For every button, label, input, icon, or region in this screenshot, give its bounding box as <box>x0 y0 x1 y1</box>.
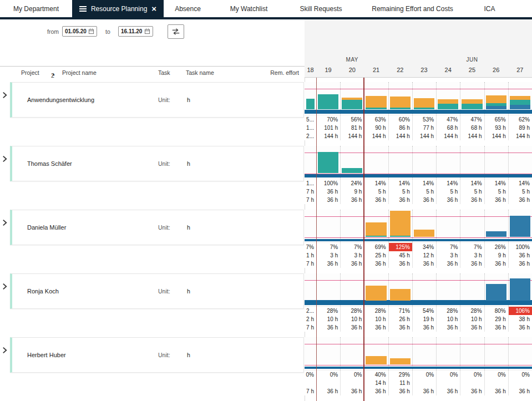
bar-segment <box>414 230 434 237</box>
calendar-icon[interactable] <box>88 28 94 34</box>
percent-cell: 7% <box>340 243 364 251</box>
baseline-load-bar <box>305 239 532 241</box>
tab-my-watchlist[interactable]: My Watchlist <box>212 0 286 17</box>
refresh-button[interactable] <box>168 24 184 39</box>
utilization-chart <box>305 210 532 243</box>
capacity-cell: 36 h <box>484 323 508 332</box>
hours-cell: 36 h <box>508 251 532 260</box>
hours-cell <box>316 379 340 387</box>
unit-label: Unit: <box>158 160 170 167</box>
tab-ica[interactable]: ICA <box>469 0 510 17</box>
hours-cell: 89 h <box>508 124 532 132</box>
hours-cell: 5 h <box>364 187 388 196</box>
hours-cell: 45 h <box>388 251 412 260</box>
percent-cell: 100% <box>508 243 532 251</box>
timeline-row: 5...70%56%63%60%53%47%47%65%62%1...101 h… <box>305 82 532 140</box>
hours-cell: 68 h <box>460 124 484 132</box>
hours-cell: 5 h <box>508 187 532 196</box>
tab-remaining-effort[interactable]: Remaining Effort and Costs <box>356 0 469 17</box>
tab-absence[interactable]: Absence <box>164 0 212 17</box>
from-date-input[interactable]: 01.05.20 <box>62 26 97 37</box>
bar-segment <box>306 99 315 109</box>
percent-cell: 0% <box>316 370 340 379</box>
expand-chevron-icon[interactable] <box>2 91 9 99</box>
period-start-line <box>316 78 317 401</box>
unit-value: h <box>187 288 190 295</box>
percent-cell: 2... <box>305 307 316 315</box>
chart-gridline <box>508 337 509 370</box>
bar-segment <box>414 108 434 109</box>
percent-cell: 69% <box>364 243 388 251</box>
hours-cell: 5 h <box>388 187 412 196</box>
bar-segment <box>486 106 506 109</box>
resource-row-card[interactable]: Ronja Koch Unit: h <box>10 273 304 309</box>
expand-chevron-icon[interactable] <box>2 282 9 290</box>
expand-chevron-icon[interactable] <box>2 155 9 163</box>
menu-icon[interactable] <box>79 6 87 12</box>
capacity-cell: 36 h <box>508 260 532 268</box>
week-label[interactable]: 24 <box>436 67 460 73</box>
chart-gridline <box>412 210 413 243</box>
percent-cell: 28% <box>460 307 484 315</box>
bar-segment <box>318 94 338 109</box>
close-tab-icon[interactable]: × <box>151 4 156 13</box>
utilization-chart <box>305 273 532 307</box>
capacity-limit-line <box>305 89 532 89</box>
capacity-cell: 144 h <box>316 132 340 140</box>
bar-segment <box>510 216 530 237</box>
hours-cell: 2 h <box>305 315 316 323</box>
expand-chevron-icon[interactable] <box>2 346 9 354</box>
week-label[interactable]: 23 <box>412 67 436 73</box>
week-label[interactable]: 19 <box>316 67 340 73</box>
timeline-panel: MAYJUN181920212223242526275...70%56%63%6… <box>305 19 532 401</box>
col-task[interactable]: Task <box>158 69 170 76</box>
week-label[interactable]: 21 <box>364 67 388 73</box>
tab-resource-planning[interactable]: Resource Planning × <box>72 0 164 17</box>
percent-cell: 14% <box>436 179 460 187</box>
resource-row-card[interactable]: Daniela Müller Unit: h <box>10 210 304 245</box>
hours-cell: 10 h <box>364 315 388 323</box>
resource-row-card[interactable]: Herbert Huber Unit: h <box>10 337 304 373</box>
col-project[interactable]: Project <box>21 69 39 76</box>
col-project-name[interactable]: Project name <box>62 69 97 76</box>
percent-cell: 125% <box>388 243 412 251</box>
utilization-chart <box>305 82 532 115</box>
today-line <box>363 78 364 401</box>
week-label[interactable]: 20 <box>340 67 364 73</box>
capacity-limit-line <box>305 153 532 153</box>
week-label[interactable]: 25 <box>460 67 484 73</box>
utilization-chart <box>305 146 532 179</box>
hours-cell: 25 h <box>364 251 388 260</box>
chart-gridline <box>460 337 460 370</box>
percent-cell: 14% <box>508 179 532 187</box>
capacity-cell: 36 h <box>316 196 340 204</box>
hours-cell: 81 h <box>340 124 364 132</box>
capacity-cell: 36 h <box>436 196 460 204</box>
percent-cell: 56% <box>340 115 364 124</box>
utilization-chart <box>305 337 532 370</box>
capacity-cell: 36 h <box>484 387 508 395</box>
chart-gridline <box>436 337 437 370</box>
week-values-table: 0%0%0%40%29%0%0%0%0%0%14 h11 h7 h36 h36 … <box>305 370 532 395</box>
tab-skill-requests[interactable]: Skill Requests <box>286 0 356 17</box>
chart-gridline <box>412 337 413 370</box>
sort-asc-icon: ▲ <box>52 72 55 76</box>
hours-cell: 93 h <box>484 124 508 132</box>
week-label[interactable]: 26 <box>484 67 508 73</box>
col-rem-effort[interactable]: Rem. effort <box>270 69 299 76</box>
resource-row-card[interactable]: Anwendungsentwicklung Unit: h <box>10 82 304 118</box>
week-label[interactable]: 22 <box>388 67 412 73</box>
resource-row-card[interactable]: Thomas Schäfer Unit: h <box>10 146 304 181</box>
capacity-cell: 36 h <box>364 387 388 395</box>
hours-cell: 9 h <box>484 251 508 260</box>
week-label[interactable]: 27 <box>508 67 532 73</box>
tab-my-department[interactable]: My Department <box>0 0 72 17</box>
expand-chevron-icon[interactable] <box>2 219 9 226</box>
week-label[interactable]: 18 <box>305 67 316 73</box>
calendar-icon[interactable] <box>144 28 150 34</box>
bar-segment <box>366 222 386 236</box>
col-task-name[interactable]: Task name <box>186 69 214 76</box>
to-date-input[interactable]: 16.11.20 <box>118 26 153 37</box>
hours-cell: 3 h <box>316 251 340 260</box>
hours-cell: 3 h <box>340 251 364 260</box>
